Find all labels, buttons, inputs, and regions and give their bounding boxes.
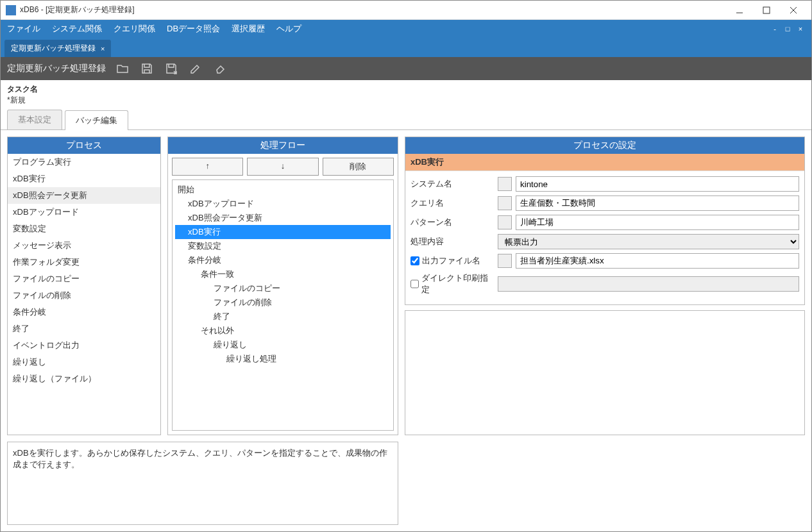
- edit-icon[interactable]: [188, 61, 203, 76]
- process-list: プログラム実行xDB実行xDB照会データ更新xDBアップロード変数設定メッセージ…: [8, 154, 160, 435]
- system-label: システム名: [410, 178, 452, 190]
- outfile-label: 出力ファイル名: [422, 255, 480, 267]
- tree-item[interactable]: 繰り返し: [175, 338, 391, 352]
- process-item[interactable]: xDB実行: [8, 170, 160, 187]
- flow-down-button[interactable]: ↓: [247, 158, 318, 176]
- menu-system[interactable]: システム関係: [52, 23, 102, 35]
- doc-tabs: 定期更新バッチ処理登録 ×: [1, 38, 811, 57]
- process-item[interactable]: 終了: [8, 320, 160, 337]
- menu-db[interactable]: DBデータ照会: [167, 23, 220, 35]
- process-item[interactable]: 作業フォルダ変更: [8, 254, 160, 270]
- tree-item[interactable]: 条件分岐: [175, 253, 391, 267]
- pattern-input[interactable]: [516, 215, 799, 230]
- save-as-icon[interactable]: [164, 61, 179, 76]
- tree-item[interactable]: xDB照会データ更新: [175, 211, 391, 225]
- svg-rect-1: [763, 7, 770, 13]
- mdi-close-icon[interactable]: ×: [796, 24, 805, 33]
- toolbar: 定期更新バッチ処理登録: [1, 57, 811, 80]
- process-item[interactable]: ファイルの削除: [8, 287, 160, 304]
- flow-tree: 開始xDBアップロードxDB照会データ更新xDB実行変数設定条件分岐条件一致ファ…: [172, 179, 394, 431]
- process-panel-title: プロセス: [8, 137, 160, 154]
- menu-file[interactable]: ファイル: [7, 23, 40, 35]
- maximize-button[interactable]: [754, 1, 779, 19]
- outfile-input[interactable]: [516, 253, 799, 269]
- tab-basic[interactable]: 基本設定: [7, 110, 62, 129]
- process-item[interactable]: プログラム実行: [8, 154, 160, 170]
- settings-panel-title: プロセスの設定: [405, 137, 804, 154]
- tree-item[interactable]: xDB実行: [175, 225, 391, 239]
- query-label: クエリ名: [410, 197, 444, 209]
- doc-tab-label: 定期更新バッチ処理登録: [11, 43, 96, 54]
- menubar: ファイル システム関係 クエリ関係 DBデータ照会 選択履歴 ヘルプ - □ ×: [1, 20, 811, 38]
- proc-label: 処理内容: [410, 236, 444, 247]
- process-panel: プロセス プログラム実行xDB実行xDB照会データ更新xDBアップロード変数設定…: [7, 137, 161, 435]
- flow-panel: 処理フロー ↑ ↓ 削除 開始xDBアップロードxDB照会データ更新xDB実行変…: [167, 137, 398, 435]
- description-box: xDBを実行します。あらかじめ保存したシステム、クエリ、パターンを指定することで…: [7, 442, 398, 525]
- process-item[interactable]: メッセージ表示: [8, 237, 160, 254]
- content-tabs: 基本設定 バッチ編集: [1, 107, 811, 130]
- pattern-label: パターン名: [410, 217, 452, 228]
- tree-item[interactable]: それ以外: [175, 324, 391, 338]
- titlebar: xDB6 - [定期更新バッチ処理登録]: [1, 1, 811, 20]
- mdi-restore-icon[interactable]: □: [783, 24, 792, 33]
- tree-item[interactable]: 繰り返し処理: [175, 352, 391, 366]
- process-item[interactable]: ファイルのコピー: [8, 270, 160, 287]
- flow-panel-title: 処理フロー: [168, 137, 398, 154]
- process-item[interactable]: 繰り返し: [8, 354, 160, 370]
- pattern-picker-button[interactable]: [498, 215, 512, 229]
- open-icon[interactable]: [115, 61, 130, 76]
- tree-item[interactable]: 終了: [175, 310, 391, 324]
- flow-up-button[interactable]: ↑: [172, 158, 243, 176]
- doc-tab-close-icon[interactable]: ×: [101, 45, 105, 53]
- task-name-label: タスク名: [7, 84, 805, 95]
- direct-checkbox[interactable]: [410, 279, 419, 288]
- process-item[interactable]: xDBアップロード: [8, 204, 160, 220]
- menu-help[interactable]: ヘルプ: [276, 23, 301, 35]
- window-title: xDB6 - [定期更新バッチ処理登録]: [20, 4, 135, 15]
- outfile-checkbox[interactable]: [410, 256, 419, 265]
- proc-select[interactable]: 帳票出力: [498, 234, 799, 249]
- query-input[interactable]: [516, 195, 799, 211]
- process-item[interactable]: 条件分岐: [8, 304, 160, 320]
- query-picker-button[interactable]: [498, 196, 512, 210]
- tree-item[interactable]: xDBアップロード: [175, 197, 391, 211]
- tree-item[interactable]: 条件一致: [175, 267, 391, 281]
- task-info: タスク名 *新規: [1, 80, 811, 107]
- process-item[interactable]: イベントログ出力: [8, 337, 160, 354]
- tree-item[interactable]: 変数設定: [175, 239, 391, 253]
- system-picker-button[interactable]: [498, 177, 512, 191]
- tree-item[interactable]: 開始: [175, 183, 391, 197]
- tree-item[interactable]: ファイルのコピー: [175, 281, 391, 295]
- close-button[interactable]: [781, 1, 806, 19]
- outfile-picker-button[interactable]: [498, 254, 512, 268]
- process-item[interactable]: xDB照会データ更新: [8, 187, 160, 204]
- menu-history[interactable]: 選択履歴: [232, 23, 265, 35]
- process-item[interactable]: 変数設定: [8, 220, 160, 237]
- system-input[interactable]: [516, 176, 799, 192]
- settings-panel: プロセスの設定 xDB実行 システム名 クエリ名: [405, 137, 805, 435]
- process-item[interactable]: 繰り返し（ファイル）: [8, 370, 160, 387]
- save-icon[interactable]: [139, 61, 155, 76]
- tree-item[interactable]: ファイルの削除: [175, 295, 391, 310]
- minimize-button[interactable]: [727, 1, 752, 19]
- tab-batch[interactable]: バッチ編集: [65, 110, 128, 130]
- erase-icon[interactable]: [212, 61, 228, 76]
- settings-subtitle: xDB実行: [405, 154, 804, 171]
- settings-preview: [405, 310, 805, 435]
- direct-label: ダイレクト印刷指定: [421, 272, 494, 295]
- app-icon: [6, 5, 16, 15]
- menu-query[interactable]: クエリ関係: [114, 23, 155, 35]
- doc-tab[interactable]: 定期更新バッチ処理登録 ×: [4, 40, 111, 57]
- mdi-minimize-icon[interactable]: -: [770, 24, 779, 33]
- toolbar-label: 定期更新バッチ処理登録: [7, 63, 106, 74]
- direct-input: [498, 276, 799, 292]
- flow-delete-button[interactable]: 削除: [323, 158, 394, 176]
- task-name-value: *新規: [7, 95, 805, 106]
